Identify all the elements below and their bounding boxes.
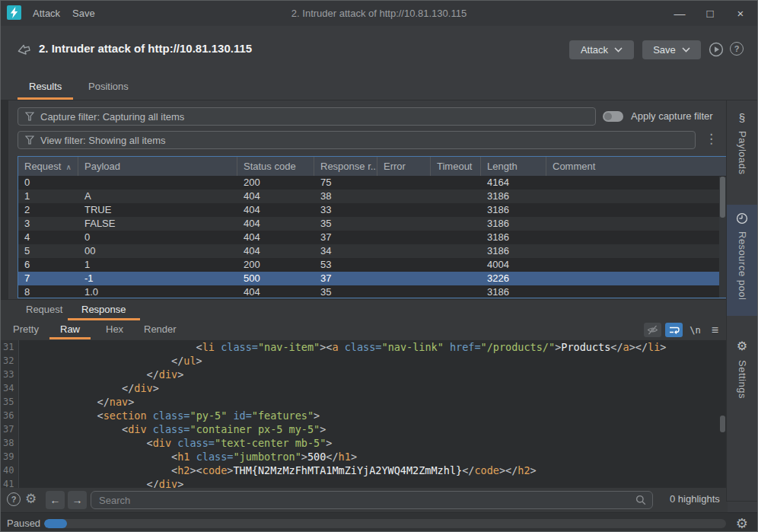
code-line: 39 <h1 class="jumbotron">500</h1>: [1, 450, 728, 464]
save-button[interactable]: Save: [642, 40, 701, 59]
cell-error: [377, 203, 431, 217]
cell-length: 3186: [481, 244, 546, 258]
line-number: 40: [1, 464, 19, 477]
attack-button[interactable]: Attack: [569, 40, 634, 59]
cell-timeout: [431, 258, 481, 272]
table-row[interactable]: 40404373186: [18, 231, 727, 244]
table-row[interactable]: 3FALSE404353186: [18, 217, 727, 231]
editor-menu-icon[interactable]: ≡: [706, 323, 724, 337]
capture-filter-label: Capture filter: Capturing all items: [40, 111, 184, 123]
code-line: 37 <div class="container px-5 my-5">: [1, 422, 728, 436]
table-row[interactable]: 500404343186: [18, 244, 727, 258]
back-arrow-icon[interactable]: [14, 40, 33, 62]
cell-status: 404: [237, 190, 314, 203]
close-button[interactable]: ×: [734, 7, 747, 20]
tab-hex[interactable]: Hex: [95, 320, 134, 339]
search-settings-gear-icon[interactable]: ⚙: [25, 491, 37, 507]
cell-request: 6: [18, 258, 78, 272]
table-row[interactable]: 81.0404353186: [18, 285, 727, 298]
search-input[interactable]: [91, 491, 653, 509]
play-button[interactable]: [709, 42, 724, 59]
response-editor[interactable]: 31 <li class="nav-item"><a class="nav-li…: [1, 340, 728, 488]
question-mark-icon: ?: [734, 44, 740, 53]
cell-request: 7: [18, 272, 78, 285]
cell-received: 37: [314, 231, 377, 244]
help-button[interactable]: ?: [730, 42, 744, 56]
section-sign-icon: §: [739, 111, 745, 124]
corner-gear-icon[interactable]: ⚙: [736, 515, 748, 532]
table-row[interactable]: 1A404383186: [18, 190, 727, 203]
view-filter-bar[interactable]: View filter: Showing all items: [18, 131, 696, 149]
tab-request[interactable]: Request: [12, 300, 76, 320]
table-row[interactable]: 2TRUE404333186: [18, 203, 727, 217]
tab-positions[interactable]: Positions: [77, 77, 140, 100]
kebab-menu-icon[interactable]: ⋮: [705, 129, 718, 150]
table-scrollbar-thumb[interactable]: [720, 177, 725, 218]
tab-pretty[interactable]: Pretty: [2, 320, 49, 339]
show-newlines-icon[interactable]: \n: [686, 323, 704, 337]
table-row[interactable]: 7-1500373226: [18, 272, 727, 285]
code-lines: 31 <li class="nav-item"><a class="nav-li…: [1, 340, 728, 488]
cell-request: 4: [18, 231, 78, 244]
column-request[interactable]: Request∧: [18, 157, 78, 176]
table-row[interactable]: 0200754164: [18, 176, 727, 190]
minimize-button[interactable]: —: [674, 7, 686, 20]
cell-payload: A: [78, 190, 237, 203]
tab-render[interactable]: Render: [133, 320, 187, 339]
tab-raw[interactable]: Raw: [49, 320, 91, 339]
results-table: Request∧ Payload Status code Response r.…: [18, 156, 728, 298]
cell-request: 5: [18, 244, 78, 258]
previous-match-button[interactable]: ←: [46, 491, 65, 509]
search-help-button[interactable]: ?: [7, 492, 21, 506]
attack-button-label: Attack: [581, 44, 608, 56]
code-text: </nav>: [19, 395, 134, 409]
code-line: 32 </ul>: [1, 354, 728, 368]
column-length[interactable]: Length: [481, 157, 546, 176]
cell-length: 4004: [481, 258, 546, 272]
cell-comment: [546, 217, 727, 231]
tab-response[interactable]: Response: [68, 300, 140, 320]
hide-eye-icon[interactable]: [644, 323, 661, 337]
column-timeout[interactable]: Timeout: [431, 157, 481, 176]
cell-received: 75: [314, 176, 377, 190]
toggle-knob: [604, 113, 612, 120]
cell-comment: [546, 203, 727, 217]
cell-error: [377, 244, 431, 258]
cell-timeout: [431, 244, 481, 258]
editor-scrollbar-thumb[interactable]: [720, 416, 725, 432]
cell-length: 3186: [481, 285, 546, 298]
column-response-received[interactable]: Response r...: [314, 157, 377, 176]
maximize-button[interactable]: □: [704, 7, 716, 20]
code-text: <li class="nav-item"><a class="nav-link"…: [19, 340, 667, 354]
column-error[interactable]: Error: [377, 157, 431, 176]
column-comment[interactable]: Comment: [546, 157, 727, 176]
titlebar: Attack Save 2. Intruder attack of http:/…: [1, 1, 757, 26]
column-label: Request: [24, 161, 61, 172]
sidebar-tab-settings[interactable]: ⚙ Settings: [727, 331, 757, 427]
results-table-body: 02007541641A4043831862TRUE4043331863FALS…: [18, 176, 727, 298]
next-match-button[interactable]: →: [68, 491, 87, 509]
cell-error: [377, 231, 431, 244]
capture-filter-bar[interactable]: Capture filter: Capturing all items: [18, 107, 596, 126]
code-text: <div class="container px-5 my-5">: [19, 422, 326, 436]
cell-comment: [546, 231, 727, 244]
code-text: </div>: [19, 381, 159, 395]
cell-received: 33: [314, 203, 377, 217]
table-scrollbar[interactable]: [719, 177, 726, 298]
cell-status: 404: [237, 244, 314, 258]
cell-status: 404: [237, 217, 314, 231]
cell-comment: [546, 272, 727, 285]
intruder-window: Attack Save 2. Intruder attack of http:/…: [0, 0, 758, 532]
column-payload[interactable]: Payload: [78, 157, 237, 176]
window-title: 2. Intruder attack of http://10.81.130.1…: [1, 1, 757, 26]
tab-results[interactable]: Results: [18, 77, 73, 100]
apply-capture-toggle[interactable]: [603, 111, 623, 122]
sidebar-tab-resource-pool[interactable]: Resource pool: [727, 205, 757, 316]
sidebar-tab-payloads[interactable]: § Payloads: [727, 104, 757, 193]
cell-request: 3: [18, 217, 78, 231]
column-status-code[interactable]: Status code: [237, 157, 314, 176]
table-row[interactable]: 61200534004: [18, 258, 727, 272]
word-wrap-icon[interactable]: [665, 323, 683, 337]
code-line: 34 </div>: [1, 381, 728, 395]
line-number: 34: [1, 381, 19, 395]
